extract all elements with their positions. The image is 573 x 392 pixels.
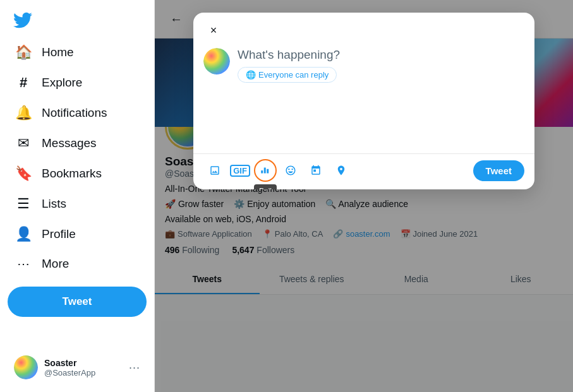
modal-overlay[interactable]: × What's happening? 🌐 Everyone can reply	[155, 0, 573, 392]
poll-tooltip: Poll	[254, 184, 277, 189]
sidebar-item-profile[interactable]: 👤 Profile	[8, 220, 147, 249]
sidebar-label-notifications: Notifications	[42, 106, 107, 120]
sidebar-item-bookmarks[interactable]: 🔖 Bookmarks	[8, 159, 147, 188]
sidebar-item-more[interactable]: ⋯ More	[8, 250, 147, 278]
sidebar-label-bookmarks: Bookmarks	[42, 167, 102, 181]
sidebar-item-explore[interactable]: # Explore	[8, 68, 147, 97]
sidebar-nav: 🏠 Home # Explore 🔔 Notifications ✉ Messa…	[8, 38, 147, 279]
gif-button[interactable]: GIF	[229, 159, 251, 182]
explore-icon: #	[15, 74, 32, 91]
sidebar-label-home: Home	[42, 45, 74, 59]
sidebar-label-messages: Messages	[42, 136, 97, 150]
tweet-button[interactable]: Tweet	[8, 287, 147, 317]
sidebar-item-notifications[interactable]: 🔔 Notifications	[8, 98, 147, 128]
sidebar: 🏠 Home # Explore 🔔 Notifications ✉ Messa…	[0, 0, 155, 392]
compose-avatar-image	[203, 48, 230, 74]
sidebar-label-profile: Profile	[42, 227, 76, 241]
compose-placeholder[interactable]: What's happening?	[238, 48, 524, 62]
twitter-logo[interactable]	[8, 5, 38, 35]
more-icon: ⋯	[15, 256, 32, 271]
profile-icon: 👤	[15, 226, 32, 242]
close-button[interactable]: ×	[203, 20, 224, 40]
modal-body: What's happening? 🌐 Everyone can reply	[193, 40, 534, 153]
sidebar-label-explore: Explore	[42, 76, 82, 90]
schedule-button[interactable]	[305, 159, 327, 182]
location-button[interactable]	[330, 159, 353, 182]
sidebar-item-messages[interactable]: ✉ Messages	[8, 129, 147, 158]
gif-icon: GIF	[230, 165, 250, 177]
sidebar-item-home[interactable]: 🏠 Home	[8, 38, 147, 67]
messages-icon: ✉	[15, 135, 32, 151]
reply-setting-label: Everyone can reply	[258, 70, 329, 80]
footer-avatar	[14, 355, 38, 379]
footer-more-dots[interactable]: ···	[129, 361, 140, 374]
home-icon: 🏠	[15, 44, 32, 61]
reply-setting[interactable]: 🌐 Everyone can reply	[238, 67, 337, 83]
bookmarks-icon: 🔖	[15, 165, 32, 182]
modal-footer: GIF Poll Tweet	[193, 153, 534, 189]
poll-button[interactable]: Poll	[254, 159, 277, 182]
globe-icon: 🌐	[246, 70, 256, 80]
image-button[interactable]	[203, 159, 226, 182]
lists-icon: ☰	[15, 196, 32, 212]
compose-right: What's happening? 🌐 Everyone can reply	[238, 48, 524, 146]
footer-user-name: Soaster	[44, 358, 123, 368]
compose-avatar	[203, 48, 230, 74]
footer-user-handle: @SoasterApp	[44, 368, 123, 377]
compose-modal: × What's happening? 🌐 Everyone can reply	[193, 13, 534, 189]
main-content: ← Soaster Soaster @SoasterApp All-In-One…	[155, 0, 573, 392]
emoji-button[interactable]	[279, 159, 302, 182]
sidebar-item-lists[interactable]: ☰ Lists	[8, 189, 147, 218]
modal-header: ×	[193, 13, 534, 40]
sidebar-footer-user[interactable]: Soaster @SoasterApp ···	[8, 350, 147, 384]
footer-user-info: Soaster @SoasterApp	[44, 358, 123, 377]
twitter-icon	[13, 11, 32, 30]
sidebar-label-lists: Lists	[42, 197, 66, 211]
notifications-icon: 🔔	[15, 105, 32, 121]
tweet-submit-button[interactable]: Tweet	[473, 160, 524, 181]
sidebar-label-more: More	[42, 257, 69, 271]
